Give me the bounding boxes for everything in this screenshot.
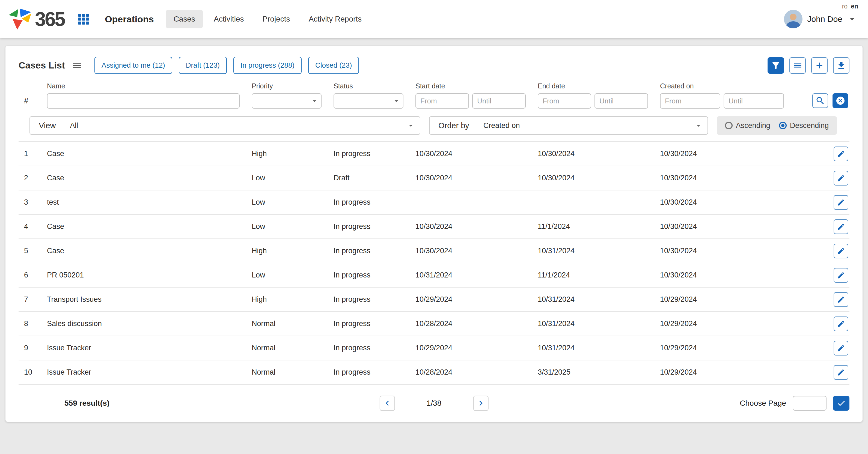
priority-label: Priority	[252, 82, 321, 90]
chip-in-progress[interactable]: In progress (288)	[234, 57, 302, 74]
language-en[interactable]: en	[851, 3, 858, 10]
filter-funnel-icon	[771, 61, 781, 70]
filter-action-buttons	[790, 93, 849, 108]
menu-icon[interactable]	[71, 60, 83, 71]
end-date-until-input[interactable]	[594, 93, 648, 108]
filter-button[interactable]	[768, 57, 784, 74]
row-name: test	[41, 198, 246, 206]
pencil-icon	[837, 320, 845, 328]
row-start-date: 10/30/2024	[410, 222, 532, 231]
table-row: 9Issue TrackerNormalIn progress10/29/202…	[19, 336, 849, 360]
filter-name: Name	[41, 82, 246, 108]
status-select[interactable]	[334, 93, 403, 108]
list-view-button[interactable]	[789, 57, 806, 74]
edit-row-button[interactable]	[834, 147, 848, 161]
chip-closed[interactable]: Closed (23)	[308, 57, 359, 74]
row-number: 9	[19, 344, 41, 352]
table-row: 1CaseHighIn progress10/30/202410/30/2024…	[19, 142, 849, 166]
row-actions	[790, 341, 849, 356]
created-on-from-input[interactable]	[660, 93, 720, 108]
chip-draft[interactable]: Draft (123)	[179, 57, 227, 74]
start-date-label: Start date	[415, 82, 526, 90]
cases-list-card: Cases List Assigned to me (12) Draft (12…	[5, 46, 863, 422]
edit-row-button[interactable]	[834, 171, 848, 186]
edit-row-button[interactable]	[834, 365, 848, 380]
row-name: PR 050201	[41, 271, 246, 280]
view-select-value: All	[70, 121, 78, 130]
edit-row-button[interactable]	[834, 219, 848, 234]
filter-status: Status	[328, 82, 410, 108]
edit-row-button[interactable]	[834, 341, 848, 356]
user-menu[interactable]: John Doe	[784, 10, 857, 28]
row-priority: Normal	[246, 368, 328, 377]
row-name: Case	[41, 247, 246, 255]
row-number: 1	[19, 150, 41, 158]
start-date-from-input[interactable]	[415, 93, 469, 108]
created-on-until-input[interactable]	[723, 93, 784, 108]
priority-select[interactable]	[252, 93, 321, 108]
nav-item-activities[interactable]: Activities	[206, 10, 251, 28]
column-header-number: #	[19, 93, 41, 108]
apps-grid-icon	[77, 12, 90, 26]
radio-ascending[interactable]: Ascending	[725, 121, 770, 130]
row-name: Issue Tracker	[41, 368, 246, 377]
language-ro[interactable]: ro	[842, 3, 847, 10]
row-name: Transport Issues	[41, 295, 246, 304]
pencil-icon	[837, 198, 845, 206]
pencil-icon	[837, 295, 845, 304]
pagination: 1/38	[380, 396, 489, 411]
next-page-button[interactable]	[473, 396, 488, 411]
row-status: In progress	[328, 247, 410, 255]
nav-item-cases[interactable]: Cases	[166, 10, 203, 28]
row-start-date: 10/30/2024	[410, 247, 532, 255]
row-name: Case	[41, 222, 246, 231]
edit-row-button[interactable]	[834, 292, 848, 307]
nav-item-activity-reports[interactable]: Activity Reports	[301, 10, 370, 28]
table-row: 10Issue TrackerNormalIn progress10/28/20…	[19, 360, 849, 385]
name-filter-input[interactable]	[47, 93, 240, 108]
download-button[interactable]	[833, 57, 849, 74]
order-by-select[interactable]: Created on	[478, 117, 708, 134]
edit-row-button[interactable]	[834, 268, 848, 283]
search-button[interactable]	[812, 93, 828, 108]
results-count: 559 result(s)	[64, 399, 110, 408]
table-row: 4CaseLowIn progress10/30/202411/1/202410…	[19, 215, 849, 239]
chip-assigned-to-me[interactable]: Assigned to me (12)	[94, 57, 172, 74]
pencil-icon	[837, 368, 845, 377]
row-end-date: 11/1/2024	[532, 271, 655, 280]
go-to-page-button[interactable]	[833, 396, 849, 411]
page-title: Cases List	[19, 60, 65, 71]
table-row: 7Transport IssuesHighIn progress10/29/20…	[19, 288, 849, 312]
row-priority: Low	[246, 271, 328, 280]
card-toolbar: Cases List Assigned to me (12) Draft (12…	[19, 57, 849, 74]
clear-filters-button[interactable]	[833, 93, 848, 108]
table-footer: 559 result(s) 1/38 Choose Page	[19, 392, 849, 414]
radio-descending[interactable]: Descending	[779, 121, 829, 130]
row-priority: High	[246, 150, 328, 158]
page-indicator: 1/38	[427, 399, 442, 408]
add-case-button[interactable]	[811, 57, 828, 74]
edit-row-button[interactable]	[834, 244, 848, 258]
row-end-date: 10/31/2024	[532, 320, 655, 328]
cases-table: 1CaseHighIn progress10/30/202410/30/2024…	[19, 141, 849, 385]
order-by-group: Order by Created on	[429, 116, 708, 135]
edit-row-button[interactable]	[834, 195, 848, 210]
edit-row-button[interactable]	[834, 317, 848, 331]
ascending-label: Ascending	[736, 121, 770, 130]
choose-page-input[interactable]	[793, 396, 827, 411]
nav-item-projects[interactable]: Projects	[255, 10, 298, 28]
apps-grid-button[interactable]	[76, 12, 91, 26]
end-date-label: End date	[538, 82, 648, 90]
row-status: In progress	[328, 271, 410, 280]
main-area: Cases List Assigned to me (12) Draft (12…	[0, 38, 868, 433]
row-start-date: 10/30/2024	[410, 174, 532, 182]
view-label: View	[30, 117, 64, 134]
end-date-from-input[interactable]	[538, 93, 591, 108]
row-status: Draft	[328, 174, 410, 182]
previous-page-button[interactable]	[380, 396, 395, 411]
start-date-until-input[interactable]	[472, 93, 526, 108]
row-status: In progress	[328, 222, 410, 231]
view-select[interactable]: All	[64, 117, 420, 134]
row-start-date: 10/28/2024	[410, 320, 532, 328]
row-priority: High	[246, 295, 328, 304]
